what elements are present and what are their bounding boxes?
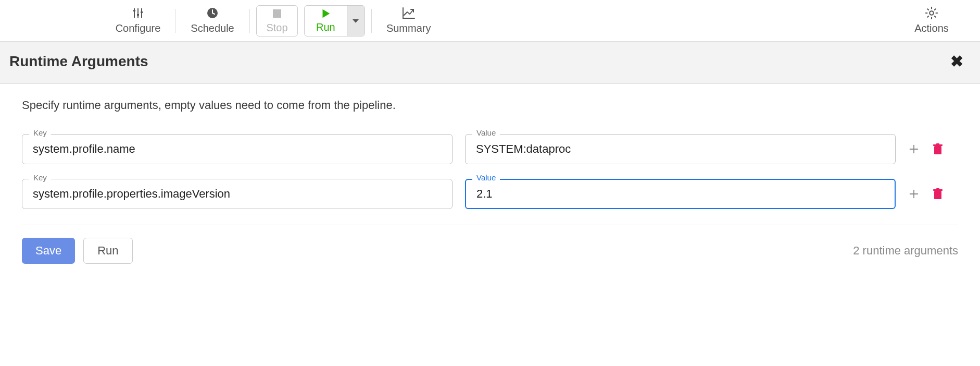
close-icon: ✖ (950, 53, 963, 70)
row-actions (908, 188, 958, 200)
plus-icon (908, 188, 920, 200)
toolbar-separator (371, 9, 372, 33)
key-input[interactable] (22, 134, 453, 164)
svg-rect-9 (273, 9, 281, 18)
value-field: Value (465, 134, 896, 164)
chevron-down-icon (351, 16, 360, 26)
run-split-button: Run (304, 5, 365, 36)
panel-divider (22, 225, 958, 225)
stop-button: Stop (256, 5, 298, 36)
toolbar-separator (249, 9, 250, 33)
summary-button[interactable]: Summary (375, 0, 443, 41)
svg-rect-15 (934, 146, 941, 154)
trash-icon (933, 188, 943, 200)
arguments-list: Key Value (22, 134, 958, 209)
panel-header: Runtime Arguments ✖ (0, 42, 980, 84)
row-actions (908, 143, 958, 155)
delete-row-button[interactable] (933, 188, 943, 200)
panel-title: Runtime Arguments (9, 53, 148, 70)
value-field: Value (465, 179, 896, 209)
configure-button[interactable]: Configure (104, 0, 172, 41)
panel-body: Specify runtime arguments, empty values … (0, 84, 980, 279)
trash-icon (933, 143, 943, 155)
add-row-button[interactable] (908, 188, 920, 200)
summary-label: Summary (386, 22, 431, 34)
gear-icon (924, 6, 939, 20)
footer-buttons: Save Run (22, 238, 133, 264)
stop-label: Stop (266, 22, 287, 34)
value-label: Value (472, 129, 500, 137)
configure-label: Configure (116, 22, 161, 34)
panel-footer: Save Run 2 runtime arguments (22, 238, 958, 264)
key-field: Key (22, 134, 453, 164)
run-dropdown-toggle[interactable] (347, 6, 365, 36)
toolbar-spacer (443, 0, 898, 41)
toolbar-group-left: Configure Schedule Stop (104, 0, 443, 41)
svg-rect-17 (936, 143, 939, 145)
value-input[interactable] (465, 134, 896, 164)
actions-label: Actions (914, 22, 949, 34)
argument-row: Key Value (22, 179, 958, 209)
schedule-button[interactable]: Schedule (179, 0, 246, 41)
key-input[interactable] (22, 179, 453, 209)
run-label: Run (316, 21, 335, 33)
key-field: Key (22, 179, 453, 209)
svg-rect-4 (137, 14, 139, 16)
stop-icon (272, 8, 282, 20)
schedule-label: Schedule (191, 22, 234, 34)
svg-marker-10 (323, 9, 330, 18)
clock-icon (206, 6, 219, 20)
argument-row: Key Value (22, 134, 958, 164)
play-icon (320, 8, 331, 20)
chart-line-icon (402, 6, 416, 20)
toolbar-separator (175, 9, 175, 33)
actions-button[interactable]: Actions (898, 0, 965, 41)
svg-rect-3 (133, 10, 135, 11)
svg-point-12 (929, 11, 933, 15)
svg-rect-5 (141, 11, 143, 13)
close-button[interactable]: ✖ (946, 54, 968, 69)
add-row-button[interactable] (908, 143, 920, 155)
value-label: Value (472, 174, 500, 181)
svg-rect-22 (936, 188, 939, 190)
value-input[interactable] (465, 179, 896, 209)
instruction-text: Specify runtime arguments, empty values … (22, 99, 958, 112)
plus-icon (908, 143, 920, 155)
svg-marker-11 (353, 19, 359, 23)
delete-row-button[interactable] (933, 143, 943, 155)
top-toolbar: Configure Schedule Stop (0, 0, 980, 42)
svg-rect-20 (934, 191, 941, 199)
arguments-count-text: 2 runtime arguments (853, 244, 958, 258)
footer-run-button[interactable]: Run (83, 238, 132, 264)
key-label: Key (29, 174, 51, 181)
sliders-icon (132, 6, 144, 20)
save-button[interactable]: Save (22, 238, 75, 264)
run-button[interactable]: Run (305, 6, 347, 35)
key-label: Key (29, 129, 51, 137)
